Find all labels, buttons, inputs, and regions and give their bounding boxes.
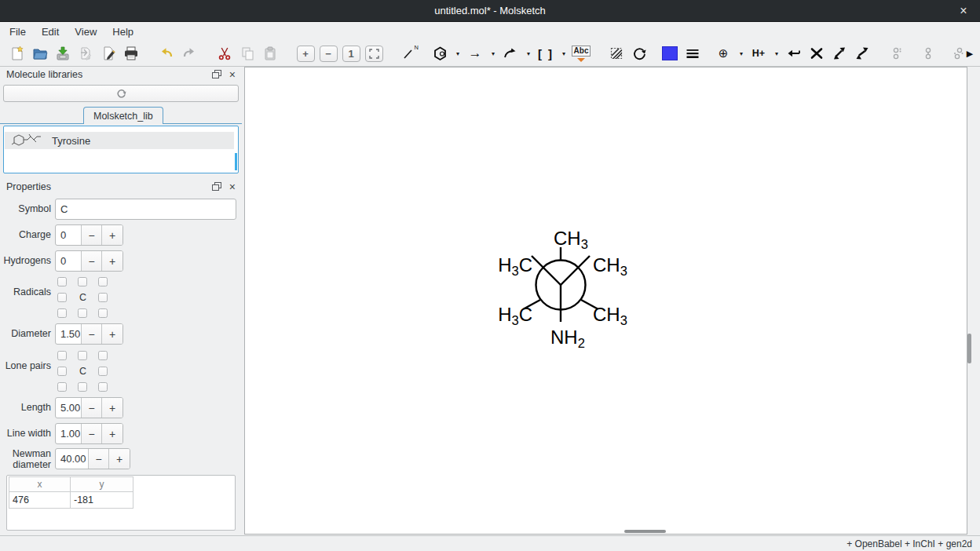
- charge-value[interactable]: 0: [56, 225, 82, 245]
- radical-checkbox-w[interactable]: [57, 293, 67, 302]
- library-scrollbar-thumb[interactable]: [235, 153, 237, 170]
- hydrogens-decrement-button[interactable]: −: [82, 251, 102, 271]
- diameter-increment-button[interactable]: +: [102, 324, 122, 344]
- export-icon[interactable]: [99, 43, 118, 64]
- print-icon[interactable]: [122, 43, 141, 64]
- open-file-icon[interactable]: [31, 43, 49, 64]
- lone-pair-checkbox-sw[interactable]: [57, 382, 67, 392]
- new-file-icon[interactable]: [8, 43, 27, 64]
- tab-molsketch-lib[interactable]: Molsketch_lib: [83, 107, 163, 124]
- save-icon[interactable]: [53, 43, 72, 64]
- radical-checkbox-sw[interactable]: [57, 308, 67, 318]
- paste-icon[interactable]: [261, 43, 280, 64]
- line-width-value[interactable]: 1.00: [56, 424, 82, 443]
- charge-tool-dropdown[interactable]: ▾: [737, 43, 746, 64]
- canvas-vertical-scrollbar-thumb[interactable]: [967, 334, 971, 363]
- draw-bond-tool[interactable]: N: [400, 43, 419, 64]
- newman-diameter-increment-button[interactable]: +: [109, 449, 130, 469]
- lone-pair-checkbox-nw[interactable]: [57, 351, 67, 360]
- hatch-selection-tool[interactable]: [607, 43, 626, 64]
- hydrogens-value[interactable]: 0: [56, 251, 82, 271]
- hydrogens-increment-button[interactable]: +: [102, 251, 122, 271]
- radical-checkbox-nw[interactable]: [57, 277, 67, 286]
- color-picker-swatch[interactable]: [660, 43, 679, 64]
- ring-tool-dropdown[interactable]: ▾: [453, 43, 463, 64]
- lone-pair-checkbox-w[interactable]: [57, 367, 67, 376]
- newman-diameter-decrement-button[interactable]: −: [89, 449, 109, 469]
- charge-tool[interactable]: ⊕: [714, 43, 733, 64]
- properties-panel-close-icon[interactable]: ×: [229, 183, 236, 191]
- ring-tool[interactable]: [430, 43, 449, 64]
- zoom-in-icon[interactable]: +: [296, 43, 315, 64]
- symbol-input[interactable]: [55, 199, 236, 220]
- properties-panel-float-icon[interactable]: [212, 184, 220, 191]
- line-width-increment-button[interactable]: +: [102, 424, 122, 443]
- library-panel-float-icon[interactable]: [212, 71, 220, 78]
- rotate-tool[interactable]: [630, 43, 649, 64]
- newman-projection-molecule[interactable]: CH3 H3C CH3 H3C CH3 NH2: [463, 220, 660, 355]
- length-value[interactable]: 5.00: [56, 398, 82, 418]
- lone-pair-checkbox-se[interactable]: [98, 382, 108, 392]
- radical-checkbox-s[interactable]: [78, 308, 87, 318]
- hydrogen-tool[interactable]: H+: [749, 43, 768, 64]
- delete-tool[interactable]: [807, 43, 826, 64]
- library-panel-close-icon[interactable]: ×: [229, 71, 236, 78]
- flip-vertical-tool[interactable]: [853, 43, 872, 64]
- main-toolbar: + − 1 N ▾ → ▾ ▾ [ ] ▾ Abc: [0, 41, 980, 67]
- reaction-arrow-dropdown[interactable]: ▾: [488, 43, 498, 64]
- flip-horizontal-tool[interactable]: [830, 43, 849, 64]
- hydrogen-tool-dropdown[interactable]: ▾: [772, 43, 781, 64]
- undo-icon[interactable]: [157, 43, 176, 64]
- text-tool[interactable]: Abc: [572, 43, 591, 64]
- save-as-icon[interactable]: [76, 43, 95, 64]
- menu-file[interactable]: File: [2, 24, 34, 40]
- bracket-tool[interactable]: [ ]: [536, 43, 555, 64]
- cell-x[interactable]: 476: [9, 492, 71, 509]
- zoom-out-icon[interactable]: −: [319, 43, 338, 64]
- radical-checkbox-e[interactable]: [98, 293, 108, 302]
- mechanism-arrow-tool[interactable]: [501, 43, 520, 64]
- atom-label-bottom: NH2: [550, 327, 585, 350]
- cut-icon[interactable]: [215, 43, 234, 64]
- lone-pair-checkbox-s[interactable]: [78, 382, 87, 392]
- menu-edit[interactable]: Edit: [34, 24, 67, 40]
- symbol-label: Symbol: [0, 203, 51, 214]
- zoom-fit-icon[interactable]: [364, 43, 383, 64]
- status-bar: + OpenBabel + InChI + gen2d: [0, 535, 980, 551]
- lone-pair-checkbox-n[interactable]: [78, 351, 87, 360]
- list-item-tyrosine[interactable]: Tyrosine: [5, 132, 234, 149]
- zoom-original-icon[interactable]: 1: [342, 43, 360, 64]
- diameter-value[interactable]: 1.50: [56, 324, 82, 344]
- lone-pair-checkbox-e[interactable]: [98, 367, 108, 376]
- radical-checkbox-se[interactable]: [98, 308, 108, 318]
- library-panel-header: Molecule libraries ×: [0, 67, 242, 82]
- library-refresh-button[interactable]: [3, 85, 239, 102]
- copy-icon[interactable]: [238, 43, 257, 64]
- line-width-decrement-button[interactable]: −: [82, 424, 102, 443]
- redo-icon[interactable]: [180, 43, 199, 64]
- length-decrement-button[interactable]: −: [82, 398, 102, 418]
- toolbar-extension-button[interactable]: ▶: [964, 44, 976, 63]
- electron-tool-1[interactable]: [888, 43, 907, 64]
- diameter-decrement-button[interactable]: −: [82, 324, 102, 344]
- lone-pair-checkbox-ne[interactable]: [98, 351, 108, 360]
- menu-bar: File Edit View Help: [0, 22, 980, 41]
- radical-checkbox-ne[interactable]: [98, 277, 108, 286]
- electron-tool-2[interactable]: [919, 43, 938, 64]
- mechanism-arrow-dropdown[interactable]: ▾: [524, 43, 533, 64]
- newman-diameter-value[interactable]: 40.00: [56, 449, 89, 469]
- properties-panel: Properties × Symbol Charge 0 − + Hydroge…: [0, 179, 242, 535]
- menu-view[interactable]: View: [67, 24, 104, 40]
- connect-tool[interactable]: [784, 43, 803, 64]
- bracket-tool-dropdown[interactable]: ▾: [559, 43, 569, 64]
- charge-increment-button[interactable]: +: [102, 225, 122, 245]
- line-width-tool[interactable]: [683, 43, 702, 64]
- radical-checkbox-n[interactable]: [78, 277, 87, 286]
- length-increment-button[interactable]: +: [102, 398, 122, 418]
- menu-help[interactable]: Help: [104, 24, 141, 40]
- cell-y[interactable]: -181: [70, 492, 133, 509]
- canvas-horizontal-scrollbar-thumb[interactable]: [624, 530, 666, 533]
- reaction-arrow-tool[interactable]: →: [466, 43, 485, 64]
- window-close-button[interactable]: ×: [955, 2, 972, 20]
- charge-decrement-button[interactable]: −: [82, 225, 102, 245]
